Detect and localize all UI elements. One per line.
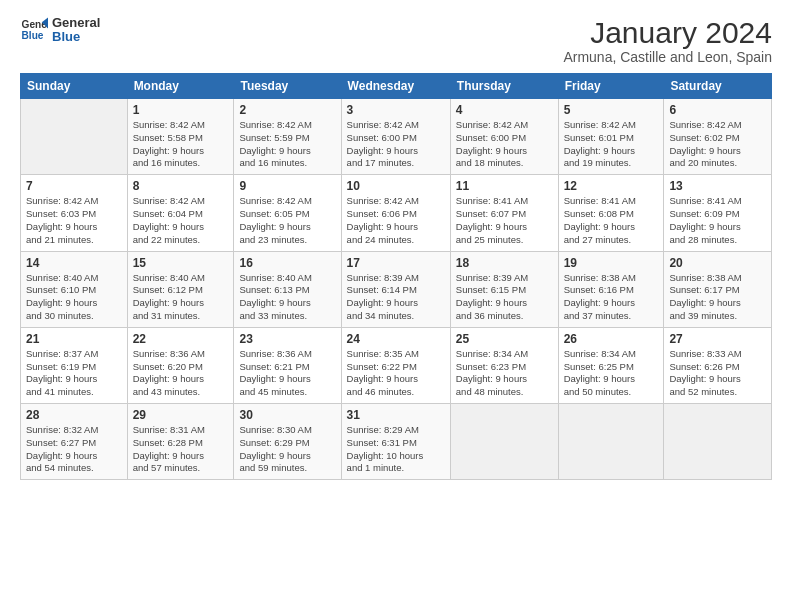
day-cell: 6Sunrise: 8:42 AM Sunset: 6:02 PM Daylig… bbox=[664, 99, 772, 175]
day-cell bbox=[558, 404, 664, 480]
week-row-4: 21Sunrise: 8:37 AM Sunset: 6:19 PM Dayli… bbox=[21, 327, 772, 403]
day-info: Sunrise: 8:35 AM Sunset: 6:22 PM Dayligh… bbox=[347, 348, 445, 399]
day-cell: 25Sunrise: 8:34 AM Sunset: 6:23 PM Dayli… bbox=[450, 327, 558, 403]
day-number: 11 bbox=[456, 179, 553, 193]
day-info: Sunrise: 8:30 AM Sunset: 6:29 PM Dayligh… bbox=[239, 424, 335, 475]
day-cell bbox=[21, 99, 128, 175]
day-cell: 19Sunrise: 8:38 AM Sunset: 6:16 PM Dayli… bbox=[558, 251, 664, 327]
day-number: 17 bbox=[347, 256, 445, 270]
day-info: Sunrise: 8:42 AM Sunset: 5:59 PM Dayligh… bbox=[239, 119, 335, 170]
week-row-3: 14Sunrise: 8:40 AM Sunset: 6:10 PM Dayli… bbox=[21, 251, 772, 327]
day-info: Sunrise: 8:41 AM Sunset: 6:09 PM Dayligh… bbox=[669, 195, 766, 246]
day-cell: 17Sunrise: 8:39 AM Sunset: 6:14 PM Dayli… bbox=[341, 251, 450, 327]
day-cell: 21Sunrise: 8:37 AM Sunset: 6:19 PM Dayli… bbox=[21, 327, 128, 403]
day-number: 5 bbox=[564, 103, 659, 117]
day-number: 22 bbox=[133, 332, 229, 346]
day-number: 31 bbox=[347, 408, 445, 422]
subtitle: Armuna, Castille and Leon, Spain bbox=[563, 49, 772, 65]
day-cell: 3Sunrise: 8:42 AM Sunset: 6:00 PM Daylig… bbox=[341, 99, 450, 175]
day-number: 8 bbox=[133, 179, 229, 193]
day-number: 27 bbox=[669, 332, 766, 346]
day-number: 19 bbox=[564, 256, 659, 270]
day-cell: 13Sunrise: 8:41 AM Sunset: 6:09 PM Dayli… bbox=[664, 175, 772, 251]
calendar-body: 1Sunrise: 8:42 AM Sunset: 5:58 PM Daylig… bbox=[21, 99, 772, 480]
day-info: Sunrise: 8:36 AM Sunset: 6:20 PM Dayligh… bbox=[133, 348, 229, 399]
day-number: 14 bbox=[26, 256, 122, 270]
day-number: 3 bbox=[347, 103, 445, 117]
day-info: Sunrise: 8:34 AM Sunset: 6:23 PM Dayligh… bbox=[456, 348, 553, 399]
day-cell: 18Sunrise: 8:39 AM Sunset: 6:15 PM Dayli… bbox=[450, 251, 558, 327]
day-number: 12 bbox=[564, 179, 659, 193]
title-block: January 2024 Armuna, Castille and Leon, … bbox=[563, 16, 772, 65]
day-cell: 27Sunrise: 8:33 AM Sunset: 6:26 PM Dayli… bbox=[664, 327, 772, 403]
day-info: Sunrise: 8:39 AM Sunset: 6:14 PM Dayligh… bbox=[347, 272, 445, 323]
day-number: 24 bbox=[347, 332, 445, 346]
day-info: Sunrise: 8:40 AM Sunset: 6:10 PM Dayligh… bbox=[26, 272, 122, 323]
day-cell: 4Sunrise: 8:42 AM Sunset: 6:00 PM Daylig… bbox=[450, 99, 558, 175]
day-cell: 22Sunrise: 8:36 AM Sunset: 6:20 PM Dayli… bbox=[127, 327, 234, 403]
day-number: 20 bbox=[669, 256, 766, 270]
day-number: 15 bbox=[133, 256, 229, 270]
page: General Blue General Blue January 2024 A… bbox=[0, 0, 792, 612]
col-header-monday: Monday bbox=[127, 74, 234, 99]
day-number: 23 bbox=[239, 332, 335, 346]
day-info: Sunrise: 8:42 AM Sunset: 6:03 PM Dayligh… bbox=[26, 195, 122, 246]
col-header-saturday: Saturday bbox=[664, 74, 772, 99]
week-row-5: 28Sunrise: 8:32 AM Sunset: 6:27 PM Dayli… bbox=[21, 404, 772, 480]
day-cell: 28Sunrise: 8:32 AM Sunset: 6:27 PM Dayli… bbox=[21, 404, 128, 480]
week-row-1: 1Sunrise: 8:42 AM Sunset: 5:58 PM Daylig… bbox=[21, 99, 772, 175]
day-info: Sunrise: 8:42 AM Sunset: 6:06 PM Dayligh… bbox=[347, 195, 445, 246]
day-number: 30 bbox=[239, 408, 335, 422]
logo-general-text: General bbox=[52, 16, 100, 30]
day-info: Sunrise: 8:34 AM Sunset: 6:25 PM Dayligh… bbox=[564, 348, 659, 399]
day-cell: 16Sunrise: 8:40 AM Sunset: 6:13 PM Dayli… bbox=[234, 251, 341, 327]
day-cell bbox=[664, 404, 772, 480]
day-cell: 24Sunrise: 8:35 AM Sunset: 6:22 PM Dayli… bbox=[341, 327, 450, 403]
col-header-wednesday: Wednesday bbox=[341, 74, 450, 99]
day-cell: 23Sunrise: 8:36 AM Sunset: 6:21 PM Dayli… bbox=[234, 327, 341, 403]
day-number: 7 bbox=[26, 179, 122, 193]
day-number: 29 bbox=[133, 408, 229, 422]
logo: General Blue General Blue bbox=[20, 16, 100, 45]
header: General Blue General Blue January 2024 A… bbox=[20, 16, 772, 65]
day-cell: 11Sunrise: 8:41 AM Sunset: 6:07 PM Dayli… bbox=[450, 175, 558, 251]
day-info: Sunrise: 8:40 AM Sunset: 6:13 PM Dayligh… bbox=[239, 272, 335, 323]
calendar-header-row: SundayMondayTuesdayWednesdayThursdayFrid… bbox=[21, 74, 772, 99]
day-number: 26 bbox=[564, 332, 659, 346]
day-number: 28 bbox=[26, 408, 122, 422]
col-header-sunday: Sunday bbox=[21, 74, 128, 99]
main-title: January 2024 bbox=[563, 16, 772, 49]
day-info: Sunrise: 8:31 AM Sunset: 6:28 PM Dayligh… bbox=[133, 424, 229, 475]
svg-text:Blue: Blue bbox=[22, 31, 44, 42]
day-info: Sunrise: 8:42 AM Sunset: 5:58 PM Dayligh… bbox=[133, 119, 229, 170]
day-cell: 7Sunrise: 8:42 AM Sunset: 6:03 PM Daylig… bbox=[21, 175, 128, 251]
day-cell: 31Sunrise: 8:29 AM Sunset: 6:31 PM Dayli… bbox=[341, 404, 450, 480]
day-cell: 8Sunrise: 8:42 AM Sunset: 6:04 PM Daylig… bbox=[127, 175, 234, 251]
day-number: 13 bbox=[669, 179, 766, 193]
day-info: Sunrise: 8:42 AM Sunset: 6:02 PM Dayligh… bbox=[669, 119, 766, 170]
day-number: 10 bbox=[347, 179, 445, 193]
day-cell: 30Sunrise: 8:30 AM Sunset: 6:29 PM Dayli… bbox=[234, 404, 341, 480]
day-info: Sunrise: 8:42 AM Sunset: 6:05 PM Dayligh… bbox=[239, 195, 335, 246]
day-info: Sunrise: 8:42 AM Sunset: 6:04 PM Dayligh… bbox=[133, 195, 229, 246]
col-header-thursday: Thursday bbox=[450, 74, 558, 99]
day-info: Sunrise: 8:40 AM Sunset: 6:12 PM Dayligh… bbox=[133, 272, 229, 323]
day-number: 18 bbox=[456, 256, 553, 270]
day-info: Sunrise: 8:39 AM Sunset: 6:15 PM Dayligh… bbox=[456, 272, 553, 323]
day-number: 4 bbox=[456, 103, 553, 117]
day-cell: 14Sunrise: 8:40 AM Sunset: 6:10 PM Dayli… bbox=[21, 251, 128, 327]
day-info: Sunrise: 8:36 AM Sunset: 6:21 PM Dayligh… bbox=[239, 348, 335, 399]
day-info: Sunrise: 8:42 AM Sunset: 6:01 PM Dayligh… bbox=[564, 119, 659, 170]
day-info: Sunrise: 8:33 AM Sunset: 6:26 PM Dayligh… bbox=[669, 348, 766, 399]
day-number: 6 bbox=[669, 103, 766, 117]
day-cell: 1Sunrise: 8:42 AM Sunset: 5:58 PM Daylig… bbox=[127, 99, 234, 175]
day-cell: 5Sunrise: 8:42 AM Sunset: 6:01 PM Daylig… bbox=[558, 99, 664, 175]
week-row-2: 7Sunrise: 8:42 AM Sunset: 6:03 PM Daylig… bbox=[21, 175, 772, 251]
day-info: Sunrise: 8:38 AM Sunset: 6:17 PM Dayligh… bbox=[669, 272, 766, 323]
calendar-table: SundayMondayTuesdayWednesdayThursdayFrid… bbox=[20, 73, 772, 480]
day-cell: 29Sunrise: 8:31 AM Sunset: 6:28 PM Dayli… bbox=[127, 404, 234, 480]
logo-icon: General Blue bbox=[20, 16, 48, 44]
day-info: Sunrise: 8:32 AM Sunset: 6:27 PM Dayligh… bbox=[26, 424, 122, 475]
day-cell: 26Sunrise: 8:34 AM Sunset: 6:25 PM Dayli… bbox=[558, 327, 664, 403]
logo-blue-text: Blue bbox=[52, 30, 100, 44]
